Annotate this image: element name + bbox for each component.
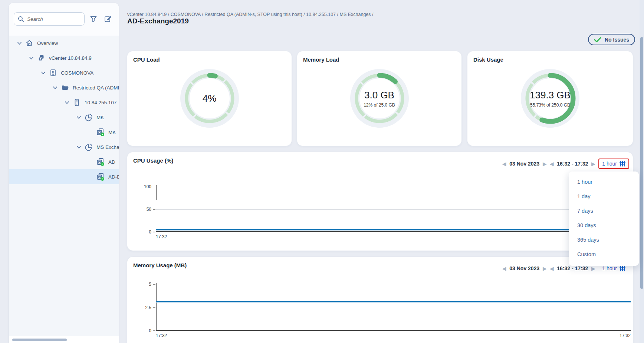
search-box[interactable]	[14, 12, 85, 26]
cpu-chart-time-nav: ◀ 03 Nov 2023 ▶ ◀ 16:32 - 17:32 ▶ 1 hour	[502, 158, 629, 169]
tree-item-cosmonova[interactable]: COSMONOVA	[9, 65, 119, 80]
search-icon	[18, 16, 24, 22]
memory-usage-plot: 5 2.5 0 17:32 17:32	[156, 284, 631, 331]
chevron-down-icon[interactable]	[40, 70, 49, 76]
disk-usage-card: Disk Usage 139.3 GB 55.73% of 250.0 GB	[467, 51, 633, 146]
sliders-icon	[620, 161, 625, 167]
tree-item-vcenter[interactable]: vCenter 10.84.84.9	[9, 50, 119, 65]
dropdown-item-30-days[interactable]: 30 days	[569, 218, 639, 232]
tree-item-label: MS Exchanges	[96, 144, 119, 150]
status-badge-label: No Issues	[605, 37, 629, 43]
vcenter-icon	[37, 54, 46, 62]
resource-pool-icon	[84, 143, 93, 151]
search-input[interactable]	[27, 16, 80, 22]
sliders-icon	[620, 265, 625, 271]
vm-icon	[96, 172, 105, 181]
tree-item-overview[interactable]: Overview	[9, 36, 119, 50]
datacenter-icon	[49, 69, 58, 77]
card-title: Disk Usage	[473, 56, 503, 63]
host-icon	[72, 98, 81, 107]
status-badge[interactable]: No Issues	[588, 34, 635, 45]
home-icon	[25, 39, 34, 47]
next-range-button[interactable]: ▶	[591, 161, 595, 166]
sidebar-toolbar	[9, 3, 119, 36]
dropdown-item-custom[interactable]: Custom	[569, 247, 639, 261]
sidebar-hscrollbar-thumb[interactable]	[12, 339, 67, 341]
interval-dropdown-menu: 1 hour 1 day 7 days 30 days 365 days Cus…	[569, 172, 639, 266]
gauge-subtext: 12% of 25.0 GB	[364, 102, 395, 108]
y-tick-mark	[153, 284, 155, 285]
next-range-button[interactable]: ▶	[591, 266, 595, 271]
next-date-button[interactable]: ▶	[543, 266, 546, 271]
prev-date-button[interactable]: ◀	[502, 161, 506, 166]
cpu-load-card: CPU Load 4%	[127, 51, 292, 146]
tree-item-label: vCenter 10.84.84.9	[49, 55, 92, 61]
chevron-down-icon[interactable]	[29, 55, 37, 61]
chevron-down-icon[interactable]	[17, 40, 25, 46]
y-tick: 0	[137, 229, 151, 235]
time-range-label: 16:32 - 17:32	[557, 161, 588, 167]
gridline-2-5	[156, 308, 631, 308]
date-label: 03 Nov 2023	[509, 265, 539, 271]
interval-dropdown-button[interactable]: 1 hour	[598, 159, 629, 169]
tree-item-label: AD-Exchange2019	[108, 174, 119, 180]
chevron-down-icon[interactable]	[64, 100, 72, 105]
sidebar: Overview vCenter 10.84.84.9 COSMONOVA Re…	[9, 3, 119, 343]
tree-item-label: COSMONOVA	[61, 70, 93, 76]
tree-item-label: Overview	[37, 40, 58, 46]
page-scrollbar-thumb[interactable]	[640, 37, 643, 289]
cpu-usage-series-line	[156, 229, 631, 231]
tree-item-vm-mk[interactable]: MK	[9, 125, 119, 140]
tree-item-pool-mk[interactable]: MK	[9, 110, 119, 125]
chart-title: Memory Usage (MB)	[133, 262, 187, 268]
chevron-down-icon[interactable]	[76, 144, 84, 150]
tree-item-label: AD	[108, 159, 115, 165]
tree-item-label: MK	[108, 130, 116, 135]
y-tick-mark	[153, 330, 155, 331]
edit-button[interactable]	[104, 15, 113, 24]
prev-range-button[interactable]: ◀	[550, 266, 553, 271]
tree-item-label: MK	[96, 115, 104, 120]
gauge-value: 139.3 GB	[530, 89, 571, 101]
dropdown-item-7-days[interactable]: 7 days	[569, 203, 639, 218]
cpu-usage-plot: 100 50 0 17:32	[156, 187, 631, 232]
breadcrumb[interactable]: vCenter 10.84.84.9 / COSMONOVA / Restric…	[127, 12, 374, 17]
x-tick-start: 17:32	[156, 333, 167, 338]
date-label: 03 Nov 2023	[509, 161, 539, 167]
tree-item-label: Restricted QA (ADMIN-s, STOP using this …	[73, 85, 119, 91]
tree-item-vm-ad-exchange2019-selected[interactable]: AD-Exchange2019	[9, 169, 119, 184]
tree-item-restricted-qa[interactable]: Restricted QA (ADMIN-s, STOP using this …	[9, 80, 119, 95]
y-tick: 100	[137, 184, 151, 189]
y-tick-mark	[153, 209, 155, 210]
tree-item-host[interactable]: 10.84.255.107	[9, 95, 119, 110]
filter-button[interactable]	[89, 15, 98, 24]
dropdown-item-1-day[interactable]: 1 day	[569, 189, 639, 203]
memory-load-gauge: 3.0 GB 12% of 25.0 GB	[348, 67, 411, 130]
tree-item-pool-ms-exchanges[interactable]: MS Exchanges	[9, 140, 119, 154]
time-range-label: 16:32 - 17:32	[557, 265, 588, 271]
x-axis-line	[156, 330, 631, 331]
gauge-value: 4%	[203, 93, 217, 104]
chart-title: CPU Usage (%)	[133, 157, 173, 164]
chevron-down-icon[interactable]	[76, 115, 84, 120]
memory-usage-chart-card: Memory Usage (MB) ◀ 03 Nov 2023 ▶ ◀ 16:3…	[127, 257, 633, 343]
card-title: Memory Load	[303, 56, 339, 63]
y-tick: 5	[137, 282, 151, 287]
y-tick-mark	[153, 232, 155, 232]
next-date-button[interactable]: ▶	[543, 161, 546, 166]
dropdown-item-365-days[interactable]: 365 days	[569, 232, 639, 247]
memory-usage-series-line	[156, 301, 631, 303]
dropdown-item-1-hour[interactable]: 1 hour	[569, 174, 639, 189]
chevron-down-icon[interactable]	[52, 85, 60, 91]
tree-item-label: 10.84.255.107	[85, 100, 116, 105]
gridline-50	[156, 209, 631, 210]
prev-date-button[interactable]: ◀	[502, 266, 506, 271]
prev-range-button[interactable]: ◀	[550, 161, 553, 166]
nav-tree: Overview vCenter 10.84.84.9 COSMONOVA Re…	[9, 36, 119, 336]
sidebar-hscrollbar-track[interactable]	[9, 336, 119, 343]
x-tick-end: 17:32	[620, 333, 631, 338]
tree-item-vm-ad[interactable]: AD	[9, 154, 119, 169]
y-axis-line	[156, 283, 157, 331]
gauge-subtext: 55.73% of 250.0 GB	[530, 102, 570, 108]
page-scrollbar-track[interactable]	[640, 0, 644, 343]
